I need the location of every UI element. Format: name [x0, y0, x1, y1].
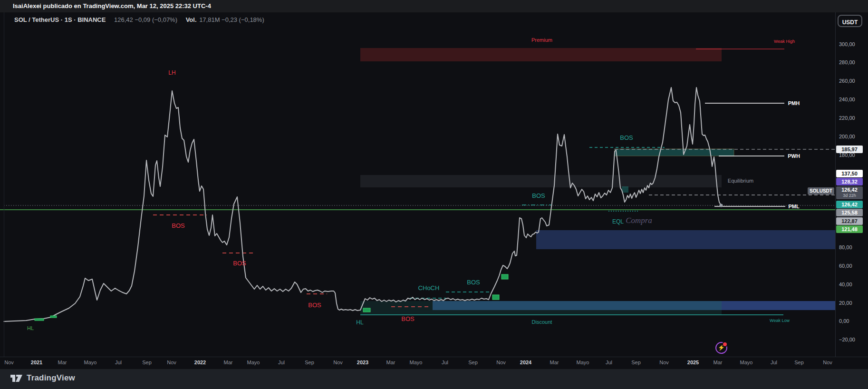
label-bos-red-1: BOS: [172, 222, 184, 229]
label-pmh: PMH: [788, 100, 800, 106]
x-axis-tick: Jul: [115, 360, 122, 365]
x-axis-tick: Mayo: [247, 360, 260, 365]
last-price-dot: [720, 204, 723, 207]
supply-fvg-zone: [615, 149, 734, 156]
x-axis-tick: Sep: [305, 360, 314, 365]
x-axis-tick: Mayo: [410, 360, 423, 365]
x-axis-year-tick: 2023: [357, 360, 368, 365]
y-axis-tick: 20,00: [839, 300, 852, 306]
x-axis-tick: Sep: [468, 360, 478, 365]
x-axis-tick: Mayo: [740, 360, 753, 365]
demand-box-2: [50, 316, 57, 318]
x-axis-tick: Mar: [550, 360, 559, 365]
y-axis-tick: 60,00: [839, 263, 852, 269]
currency-toggle-button[interactable]: USDT: [838, 15, 862, 27]
label-weak-low: Weak Low: [770, 318, 790, 323]
y-axis-tick: 260,00: [839, 78, 855, 84]
x-axis-tick: Mar: [58, 360, 67, 365]
label-bos-teal-2: BOS: [532, 192, 545, 199]
y-axis-tick: 0,00: [839, 318, 849, 324]
flash-boost-icon[interactable]: ⚡: [715, 342, 727, 354]
y-axis-tick: 220,00: [839, 115, 855, 121]
countdown-time: 3d 22h: [836, 193, 863, 198]
y-axis-tick: 200,00: [839, 134, 855, 139]
price-label-185,97: 185,97: [836, 146, 863, 153]
countdown-price: 126,42: [836, 186, 863, 193]
x-axis-year-tick: 2025: [687, 360, 699, 365]
demand-box-3: [363, 308, 370, 312]
demand-box-4: [492, 295, 499, 300]
footer-bar: TradingView: [0, 369, 868, 389]
x-axis-tick: Sep: [794, 360, 804, 365]
x-axis-tick: Nov: [333, 360, 343, 365]
y-axis-tick: 300,00: [839, 41, 855, 47]
x-axis-tick: Nov: [659, 360, 669, 365]
y-axis-tick: 280,00: [839, 59, 855, 65]
x-axis-year-tick: 2024: [520, 360, 531, 365]
label-pwh: PWH: [788, 153, 800, 159]
price-line: [4, 88, 721, 321]
label-bos-teal-3: BOS: [620, 134, 633, 141]
price-change-value: 126,42 −0,09 (−0,07%): [114, 16, 177, 23]
x-axis-tick: Mayo: [84, 360, 97, 365]
y-axis-tick: 80,00: [839, 244, 852, 250]
label-eql: EQL: [612, 218, 624, 225]
symbol-title[interactable]: SOL / TetherUS · 1S · BINANCE: [14, 16, 106, 23]
label-discount: Discount: [532, 319, 552, 325]
x-axis-tick: Jul: [442, 360, 448, 365]
tradingview-logo-text: TradingView: [27, 373, 75, 383]
label-bos-teal-1: BOS: [467, 279, 480, 286]
label-hl-2: HL: [356, 319, 363, 326]
label-premium: Premium: [531, 37, 552, 43]
tradingview-logo-icon: [10, 374, 23, 382]
time-axis[interactable]: [0, 357, 868, 370]
x-axis-tick: Jul: [606, 360, 612, 365]
symbol-countdown-tag: SOLUSDT: [808, 187, 834, 194]
demand-box-5: [502, 274, 508, 279]
label-hl-1: HL: [27, 325, 34, 331]
label-equilibrium: Equilibrium: [728, 178, 753, 184]
tradingview-snapshot: IsaiAlexei publicado en TradingView.com,…: [0, 0, 868, 389]
label-bos-red-4: BOS: [401, 315, 414, 322]
x-axis-tick: Sep: [631, 360, 641, 365]
price-label-125,58: 125,58: [836, 209, 863, 216]
volume-value: 17,81M −0,23 (−0,18%): [199, 16, 264, 23]
chart-left-border: [4, 12, 4, 369]
x-axis-tick: Nov: [823, 360, 832, 365]
label-bos-red-2: BOS: [233, 260, 246, 267]
price-scale-separator: [835, 12, 836, 357]
x-axis-tick: Nov: [167, 360, 176, 365]
price-label-126,42: 126,42: [836, 201, 863, 208]
x-axis-tick: Sep: [142, 360, 152, 365]
label-bos-red-3: BOS: [308, 301, 321, 309]
x-axis-tick: Nov: [496, 360, 506, 365]
x-axis-tick: Nov: [4, 360, 14, 365]
demand-box-1: [35, 319, 44, 321]
y-axis-tick: 240,00: [839, 97, 855, 102]
price-label-137,50: 137,50: [836, 170, 863, 177]
notification-dot: [722, 341, 728, 347]
discount-blue-zone: [433, 301, 722, 310]
price-label-128,32: 128,32: [836, 178, 863, 185]
price-label-121,48: 121,48: [836, 225, 863, 233]
label-lh: LH: [168, 69, 175, 76]
x-axis-tick: Jul: [771, 360, 777, 365]
label-pml: PML: [788, 204, 799, 209]
x-axis-tick: Mar: [714, 360, 723, 365]
x-axis-year-tick: 2022: [194, 360, 206, 365]
symbol-legend[interactable]: SOL / TetherUS · 1S · BINANCE 126,42 −0,…: [14, 16, 264, 23]
x-axis-year-tick: 2021: [31, 360, 42, 365]
demand-zone-navy: [536, 230, 835, 249]
x-axis-tick: Jul: [278, 360, 285, 365]
tradingview-logo[interactable]: TradingView: [10, 373, 75, 383]
y-axis-tick: −20,00: [839, 337, 855, 342]
chart-canvas: [0, 0, 868, 389]
price-label-122,87: 122,87: [836, 217, 863, 225]
x-axis-tick: Mar: [386, 360, 395, 365]
label-choch: CHoCH: [418, 284, 440, 292]
discount-navy-zone: [722, 301, 835, 310]
y-axis-tick: 40,00: [839, 282, 852, 287]
watermark-compra: Compra: [626, 216, 652, 225]
x-axis-tick: Mar: [224, 360, 233, 365]
mini-teal-zone: [622, 186, 628, 193]
